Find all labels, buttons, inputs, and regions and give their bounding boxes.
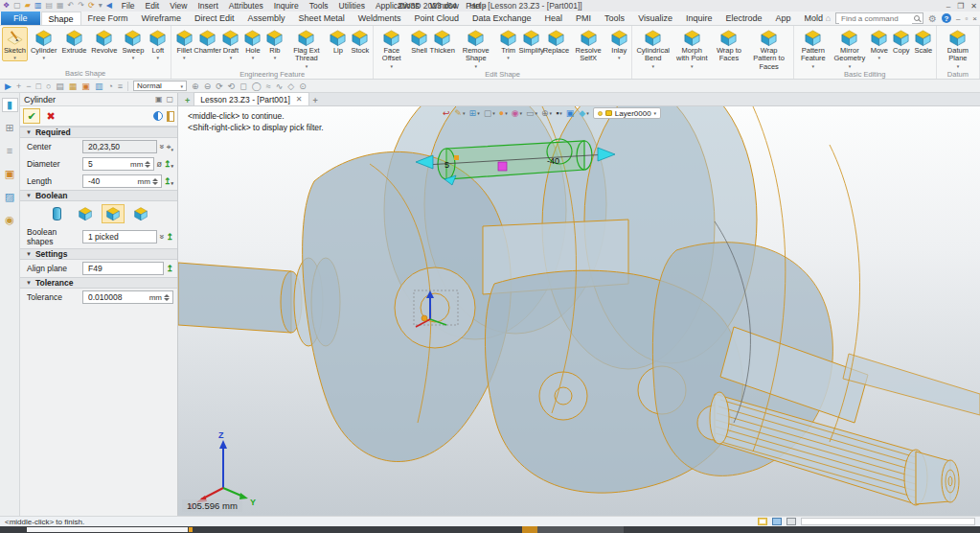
quick-access-icon[interactable]: ↷ xyxy=(78,1,84,11)
boolean-add-icon[interactable] xyxy=(74,204,97,223)
dock-icon[interactable]: ▣ xyxy=(155,95,163,104)
menu-item[interactable]: Applications xyxy=(376,1,420,11)
ok-button[interactable]: ✔ xyxy=(23,108,40,124)
toolbar-icon[interactable]: ○ xyxy=(46,81,51,92)
boolean-shapes-input[interactable] xyxy=(86,231,153,243)
ribbon-tab[interactable]: PMI xyxy=(569,12,598,25)
menu-item[interactable]: Window xyxy=(430,1,459,11)
toolbar-icon[interactable]: ▤ xyxy=(56,81,64,92)
align-plane-input[interactable] xyxy=(86,263,160,274)
ribbon-button[interactable]: Wrap Pattern to Faces xyxy=(747,27,791,78)
crankshaft-model[interactable]: 5 -40 Z X Y xyxy=(178,106,980,516)
section-required[interactable]: ▼ Required xyxy=(20,127,177,138)
pick-value-icon[interactable]: ↥▾ xyxy=(164,159,173,169)
help-icon[interactable]: ? xyxy=(942,13,951,23)
settings-gear-icon[interactable]: ⚙ xyxy=(928,13,937,24)
toolbar-icon[interactable]: ◯ xyxy=(252,81,262,92)
ribbon-tab[interactable]: Free Form xyxy=(81,12,135,25)
ribbon-button[interactable]: Rib ▾ xyxy=(264,27,285,61)
ribbon-tab[interactable]: Electrode xyxy=(719,12,769,25)
toolbar-icon[interactable]: ◔ xyxy=(107,81,112,92)
toolbar-icon[interactable]: ⊕ xyxy=(192,81,199,92)
ribbon-tab[interactable]: Direct Edit xyxy=(188,12,241,25)
toolbar-icon[interactable]: − xyxy=(26,81,31,92)
ribbon-button[interactable]: Chamfer xyxy=(195,27,219,61)
menu-item[interactable]: View xyxy=(170,1,187,11)
restore-button[interactable]: ❐ xyxy=(957,2,964,11)
preview-toggle-icon[interactable] xyxy=(153,111,163,121)
toolbar-icon[interactable]: ▣ xyxy=(81,81,90,92)
find-command-input[interactable] xyxy=(839,13,912,24)
headsup-icon[interactable]: ⊞▾ xyxy=(469,108,480,118)
layout-manager-icon[interactable] xyxy=(758,518,767,525)
new-document-icon[interactable]: + xyxy=(181,96,194,105)
headsup-icon[interactable]: ✎▾ xyxy=(455,108,466,118)
layer-dropdown[interactable]: Layer0000 ▾ xyxy=(593,107,661,119)
menu-item[interactable]: Help xyxy=(469,1,486,11)
ribbon-tab[interactable]: App xyxy=(769,12,798,25)
menu-item[interactable]: Utilities xyxy=(339,1,365,11)
diameter-stepper[interactable] xyxy=(145,161,150,168)
toolbar-icon[interactable]: ⊖ xyxy=(204,81,212,92)
ribbon-button[interactable]: Replace xyxy=(544,27,568,61)
quick-access-icon[interactable]: ▦ xyxy=(57,1,64,11)
expand-list-icon[interactable]: » xyxy=(157,144,167,149)
ribbon-button[interactable]: Inlay ▾ xyxy=(608,27,629,61)
headsup-icon[interactable]: ↩ xyxy=(443,108,451,118)
toolbar-icon[interactable]: ▦ xyxy=(69,81,78,92)
quick-access-icon[interactable]: ▤ xyxy=(45,1,53,11)
pick-entity-icon[interactable]: ↥ xyxy=(166,264,173,273)
toolbar-icon[interactable]: ⟳ xyxy=(216,81,223,92)
ribbon-button[interactable]: Trim ▾ xyxy=(498,27,519,61)
panel-toggle-icon[interactable] xyxy=(786,518,796,525)
headsup-icon[interactable]: ▢▾ xyxy=(484,108,495,118)
tolerance-input[interactable] xyxy=(86,291,148,303)
tab-close-icon[interactable]: ✕ xyxy=(296,95,303,104)
phi-icon[interactable]: ø xyxy=(156,159,162,169)
ribbon-button[interactable]: Fillet ▾ xyxy=(173,27,194,61)
search-icon[interactable] xyxy=(914,15,920,21)
taskbar-app-icon[interactable] xyxy=(522,526,537,533)
toolbar-icon[interactable]: ⊙ xyxy=(299,81,307,92)
quick-access-icon[interactable]: ▥ xyxy=(34,1,42,11)
close-button[interactable]: ✕ xyxy=(970,2,977,11)
headsup-icon[interactable]: ●▾ xyxy=(499,108,508,118)
menu-item[interactable]: Insert xyxy=(198,1,218,11)
ribbon-tab[interactable]: Weldments xyxy=(352,12,408,25)
headsup-icon[interactable]: ◆▾ xyxy=(579,108,588,118)
menu-item[interactable]: Edit xyxy=(146,1,160,11)
ribbon-tab[interactable]: Heal xyxy=(538,12,570,25)
quick-access-icon[interactable]: ▰ xyxy=(25,1,31,11)
pick-entity-icon[interactable]: ↥ xyxy=(166,232,173,242)
quick-access-icon[interactable]: ◀ xyxy=(106,1,112,11)
ribbon-tab[interactable]: Wireframe xyxy=(135,12,189,25)
pin-icon[interactable]: ▢ xyxy=(166,95,173,104)
ribbon-button[interactable]: Wrap to Faces xyxy=(712,27,745,70)
center-input[interactable] xyxy=(86,141,153,152)
ribbon-button[interactable]: Draft ▾ xyxy=(220,27,241,61)
ribbon-tab[interactable]: Assembly xyxy=(241,12,292,25)
ribbon-button[interactable]: Datum Plane ▾ xyxy=(939,27,977,70)
toolbar-icon[interactable]: ∿ xyxy=(276,81,284,92)
ribbon-button[interactable]: Loft ▾ xyxy=(147,27,169,61)
length-stepper[interactable] xyxy=(152,178,158,185)
ribbon-button[interactable]: Mirror Geometry ▾ xyxy=(832,27,868,70)
manager-tab-icon[interactable]: ▣ xyxy=(2,167,18,181)
home-icon[interactable]: ⌂ xyxy=(826,13,831,23)
ribbon-button[interactable]: Sketch ▾ xyxy=(2,27,28,61)
section-tolerance[interactable]: ▼ Tolerance xyxy=(20,277,177,289)
add-tab-button[interactable]: + xyxy=(309,96,322,105)
toolbar-icon[interactable]: ≡ xyxy=(118,81,123,92)
toolbar-icon[interactable]: ▥ xyxy=(95,81,103,92)
quick-access-icon[interactable]: ❖ xyxy=(3,1,10,11)
document-tab-active[interactable]: Lesson 23.Z3 - [Part001] ✕ xyxy=(194,92,308,105)
ribbon-button[interactable]: Morph with Point ▾ xyxy=(672,27,711,70)
toolbar-icon[interactable]: + xyxy=(16,81,21,92)
ribbon-button[interactable]: Cylindrical Bend ▾ xyxy=(634,27,672,70)
doc-window-controls[interactable]: –▫× xyxy=(956,14,977,23)
section-settings[interactable]: ▼ Settings xyxy=(20,248,177,260)
ribbon-button[interactable]: Simplify xyxy=(520,27,543,61)
page-icon[interactable] xyxy=(167,111,174,122)
taskbar-search[interactable] xyxy=(27,527,188,532)
section-boolean[interactable]: ▼ Boolean xyxy=(20,190,177,201)
